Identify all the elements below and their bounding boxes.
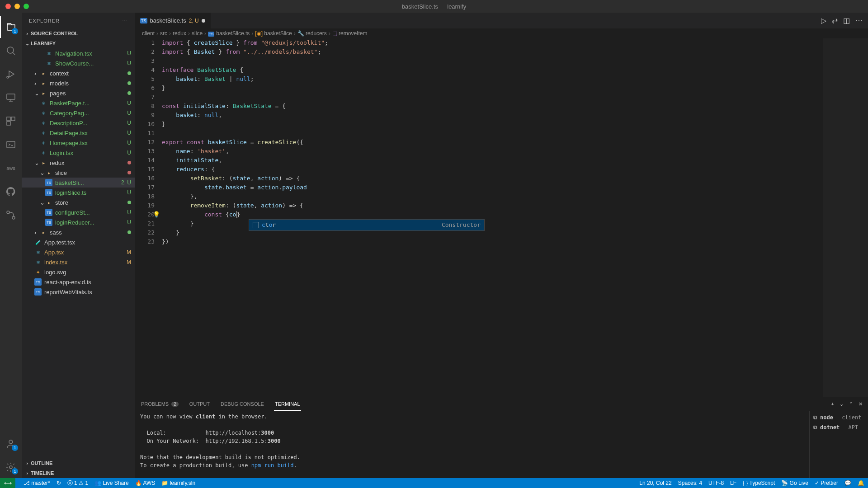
run-debug-icon[interactable] xyxy=(0,63,22,85)
breadcrumb-item[interactable]: src xyxy=(160,30,167,37)
tree-item[interactable]: ⚛ShowCourse...U xyxy=(22,58,135,68)
status-aws[interactable]: 🔥 AWS xyxy=(135,480,156,486)
section-timeline[interactable]: ›TIMELINE xyxy=(22,468,135,478)
terminal-dropdown-icon[interactable]: ⌄ xyxy=(840,401,844,407)
breadcrumb-item[interactable]: [◉] basketSlice xyxy=(255,30,292,37)
suggest-text: ctor xyxy=(262,221,276,230)
settings-icon[interactable]: 1 xyxy=(0,456,22,478)
tree-item[interactable]: ›▸context xyxy=(22,68,135,78)
tree-item[interactable]: ⚛BasketPage.t...U xyxy=(22,98,135,108)
github-icon[interactable] xyxy=(0,181,22,202)
run-icon[interactable]: ▷ xyxy=(821,16,826,25)
tree-item[interactable]: ⚛Login.tsxU xyxy=(22,148,135,158)
status-liveshare[interactable]: 👥 Live Share xyxy=(94,480,129,486)
status-golive[interactable]: 📡 Go Live xyxy=(781,480,808,486)
breadcrumb-item[interactable]: TSbasketSlice.ts xyxy=(208,30,250,37)
breadcrumb-item[interactable]: 🔧 reducers xyxy=(297,30,327,37)
tree-item[interactable]: TSloginSlice.tsU xyxy=(22,188,135,197)
console-icon[interactable] xyxy=(0,134,22,155)
maximize-window-icon[interactable] xyxy=(24,4,29,9)
tree-item[interactable]: ⌄▸redux xyxy=(22,158,135,168)
tree-item[interactable]: ⚛DescriptionP...U xyxy=(22,118,135,128)
tree-item[interactable]: ⌄▸slice xyxy=(22,168,135,178)
status-eol[interactable]: LF xyxy=(730,480,736,486)
section-learnify[interactable]: ⌄LEARNIFY xyxy=(22,38,135,48)
tree-item[interactable]: ›▸sass xyxy=(22,227,135,237)
tab-terminal[interactable]: TERMINAL xyxy=(274,397,301,411)
diff-icon[interactable]: ⇄ xyxy=(832,16,838,25)
tree-item[interactable]: ›▸models xyxy=(22,78,135,88)
breadcrumb-item[interactable]: slice xyxy=(192,30,203,37)
terminal-node[interactable]: ⧉node client xyxy=(813,413,864,422)
minimap[interactable] xyxy=(823,38,868,397)
tree-item[interactable]: ⚛Homepage.tsxU xyxy=(22,138,135,148)
minimize-window-icon[interactable] xyxy=(14,4,20,9)
status-sln[interactable]: 📁 learnify.sln xyxy=(161,480,195,486)
status-position[interactable]: Ln 20, Col 22 xyxy=(639,480,671,486)
tree-item[interactable]: 🧪App.test.tsx xyxy=(22,237,135,247)
intellisense-popup[interactable]: ctor Constructor xyxy=(249,219,485,231)
remote-explorer-icon[interactable] xyxy=(0,87,22,108)
tree-item[interactable]: TSreportWebVitals.ts xyxy=(22,287,135,297)
panel-tabs: PROBLEMS2 OUTPUT DEBUG CONSOLE TERMINAL … xyxy=(135,397,868,411)
section-outline[interactable]: ›OUTLINE xyxy=(22,458,135,468)
tree-item[interactable]: ✦logo.svg xyxy=(22,267,135,277)
tab-output[interactable]: OUTPUT xyxy=(189,397,211,411)
status-sync[interactable]: ↻ xyxy=(57,480,61,486)
more-actions-icon[interactable]: ⋯ xyxy=(855,16,863,25)
extensions-icon[interactable] xyxy=(0,110,22,132)
tab-debug-console[interactable]: DEBUG CONSOLE xyxy=(220,397,265,411)
status-branch[interactable]: ⎇ master* xyxy=(24,480,50,486)
maximize-panel-icon[interactable]: ⌃ xyxy=(849,401,853,407)
breadcrumb-item[interactable]: redux xyxy=(173,30,186,37)
breadcrumbs[interactable]: client›src›redux›slice›TSbasketSlice.ts›… xyxy=(135,28,868,38)
tree-item[interactable]: TSreact-app-env.d.ts xyxy=(22,277,135,287)
status-encoding[interactable]: UTF-8 xyxy=(708,480,724,486)
search-icon[interactable] xyxy=(0,40,22,61)
tree-item[interactable]: ⌄▸store xyxy=(22,197,135,207)
tree-item[interactable]: ⚛Navigation.tsxU xyxy=(22,48,135,58)
suggest-item[interactable]: ctor Constructor xyxy=(249,220,484,230)
editor-tabs: TS basketSlice.ts 2, U ▷ ⇄ ◫ ⋯ xyxy=(135,13,868,28)
explorer-icon[interactable]: 1 xyxy=(0,16,22,38)
status-problems[interactable]: ⓧ 1 ⚠ 1 xyxy=(67,479,88,487)
close-window-icon[interactable] xyxy=(5,4,11,9)
svg-point-9 xyxy=(9,440,13,444)
tree-item[interactable]: ⌄▸pages xyxy=(22,88,135,98)
tree-item[interactable]: TSconfigureSt...U xyxy=(22,207,135,217)
tab-problems[interactable]: PROBLEMS2 xyxy=(140,397,179,411)
tree-item[interactable]: ⚛CategoryPag...U xyxy=(22,108,135,118)
titlebar: basketSlice.ts — learnify xyxy=(0,0,868,13)
status-prettier[interactable]: ✓ Prettier xyxy=(815,480,838,486)
split-editor-icon[interactable]: ◫ xyxy=(843,16,850,25)
tree-item[interactable]: TSbasketSli...2, U xyxy=(22,178,135,188)
close-panel-icon[interactable]: ✕ xyxy=(859,401,863,407)
svg-point-1 xyxy=(7,76,9,78)
pipeline-icon[interactable] xyxy=(0,204,22,226)
tab-basketslice[interactable]: TS basketSlice.ts 2, U xyxy=(135,13,211,28)
tree-item[interactable]: ⚛index.tsxM xyxy=(22,257,135,267)
tree-item[interactable]: TSloginReducer...U xyxy=(22,217,135,227)
tree-item[interactable]: ⚛App.tsxM xyxy=(22,247,135,257)
aws-icon[interactable]: aws xyxy=(0,157,22,179)
remote-indicator-icon[interactable]: ⟷ xyxy=(0,478,15,488)
code-editor[interactable]: 1234567891011121314151617181920212223 im… xyxy=(135,38,868,397)
section-source-control[interactable]: ›SOURCE CONTROL xyxy=(22,28,135,38)
terminal-body: You can now view client in the browser. … xyxy=(135,411,868,478)
dirty-indicator-icon xyxy=(202,19,205,23)
status-feedback-icon[interactable]: 💬 xyxy=(844,480,851,486)
terminal-dotnet[interactable]: ⧉dotnet API xyxy=(813,422,864,432)
terminal-output[interactable]: You can now view client in the browser. … xyxy=(135,411,809,478)
status-bell-icon[interactable]: 🔔 xyxy=(858,480,864,486)
breadcrumb-item[interactable]: ⬚ removeItem xyxy=(332,30,368,37)
status-lang[interactable]: { } TypeScript xyxy=(743,480,775,486)
breadcrumb-item[interactable]: client xyxy=(142,30,155,37)
new-terminal-icon[interactable]: + xyxy=(831,401,834,407)
more-icon[interactable]: ⋯ xyxy=(122,18,127,23)
code-content[interactable]: import { createSlice } from "@reduxjs/to… xyxy=(162,38,868,397)
accounts-icon[interactable]: 1 xyxy=(0,433,22,455)
window-controls[interactable] xyxy=(5,4,29,9)
status-spaces[interactable]: Spaces: 4 xyxy=(678,480,702,486)
tree-item[interactable]: ⚛DetailPage.tsxU xyxy=(22,128,135,138)
editor-area: TS basketSlice.ts 2, U ▷ ⇄ ◫ ⋯ client›sr… xyxy=(135,13,868,478)
